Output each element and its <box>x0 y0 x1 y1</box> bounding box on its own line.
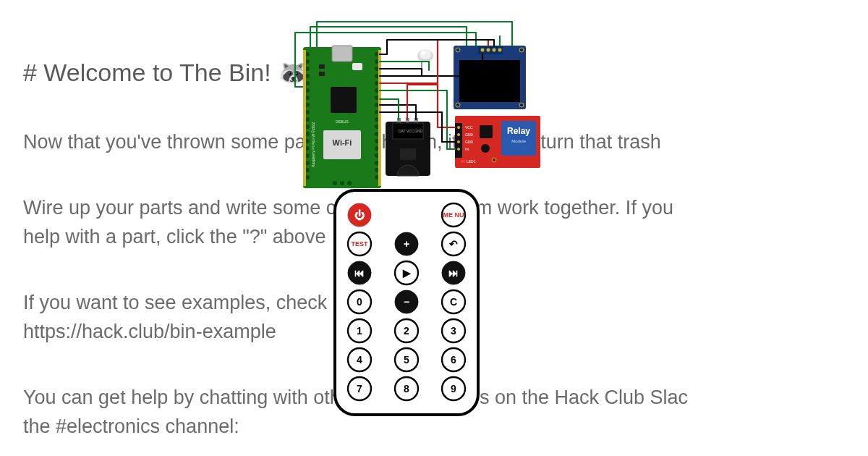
ir-pin-gnd: GND <box>414 129 423 133</box>
svg-rect-47 <box>352 63 362 70</box>
n6-label: 6 <box>451 354 456 366</box>
svg-rect-79 <box>400 148 416 160</box>
svg-rect-39 <box>303 50 306 186</box>
c-label: C <box>450 296 457 308</box>
menu-label: ME NU <box>443 211 464 219</box>
svg-rect-40 <box>378 50 381 186</box>
relay-led-label: LED1 <box>467 159 476 164</box>
svg-point-72 <box>457 148 460 151</box>
n1-label: 1 <box>357 325 362 337</box>
svg-point-65 <box>519 103 524 107</box>
svg-point-76 <box>492 158 496 162</box>
n3-label: 3 <box>451 325 456 337</box>
circuit-diagram: Wi-Fi Raspberry Pi Pico W ©2022 DEBUG <box>293 18 626 423</box>
svg-point-58 <box>481 48 485 52</box>
svg-point-61 <box>498 48 502 52</box>
svg-point-74 <box>481 144 490 153</box>
svg-point-63 <box>519 48 524 52</box>
plus-icon: + <box>404 238 409 250</box>
n9-label: 9 <box>451 383 456 394</box>
play-icon: ▶ <box>402 267 412 279</box>
next-icon: ⏭ <box>448 267 459 279</box>
ir-remote: ⏻ ME NU TEST + ↶ ⏮ ▶ ⏭ 0 − C 1 2 3 4 5 <box>335 190 478 415</box>
relay-pin-in: IN <box>465 147 469 151</box>
relay-sublabel: Module <box>511 139 526 143</box>
svg-point-43 <box>347 181 352 185</box>
svg-point-52 <box>421 51 425 55</box>
svg-point-59 <box>487 48 490 52</box>
relay-module: Relay Module VCC GND GND IN LED1 <box>455 116 540 168</box>
relay-pin-gnd1: GND <box>465 132 474 137</box>
wifi-label: Wi-Fi <box>333 138 352 147</box>
svg-rect-73 <box>461 160 465 163</box>
n4-label: 4 <box>357 354 362 366</box>
svg-rect-75 <box>480 125 493 138</box>
n8-label: 8 <box>404 383 409 394</box>
paragraph-2-line-2: help with a part, click the "?" above <box>23 226 326 248</box>
svg-rect-44 <box>332 46 352 62</box>
svg-point-62 <box>456 48 460 52</box>
svg-point-51 <box>420 49 431 59</box>
paragraph-3-line-1: If you want to see examples, check <box>23 292 327 313</box>
ir-pin-vcc: VCC <box>407 129 414 133</box>
test-label: TEST <box>351 240 368 248</box>
power-icon: ⏻ <box>354 209 365 221</box>
pico-board-label: Raspberry Pi Pico W ©2022 <box>311 122 315 168</box>
ir-pin-dat: DAT <box>399 129 406 133</box>
relay-pin-gnd2: GND <box>465 140 474 144</box>
svg-rect-45 <box>331 87 357 113</box>
minus-icon: − <box>404 296 409 308</box>
oled-display <box>454 46 526 109</box>
svg-point-70 <box>457 133 460 136</box>
svg-point-41 <box>333 181 337 185</box>
ir-receiver: DAT VCC GND <box>386 118 430 176</box>
svg-point-60 <box>493 48 496 52</box>
n7-label: 7 <box>357 383 362 394</box>
svg-rect-48 <box>319 64 325 69</box>
svg-point-64 <box>456 103 460 107</box>
example-link[interactable]: https://hack.club/bin-example <box>23 321 276 342</box>
raspberry-pi-pico-w: Wi-Fi Raspberry Pi Pico W ©2022 DEBUG <box>303 46 381 188</box>
prev-icon: ⏮ <box>354 267 365 279</box>
pico-debug-label: DEBUG <box>336 119 349 124</box>
svg-point-69 <box>457 126 460 129</box>
n5-label: 5 <box>404 354 409 366</box>
n2-label: 2 <box>404 325 409 337</box>
svg-rect-49 <box>319 72 325 76</box>
svg-point-71 <box>457 140 460 143</box>
relay-label: Relay <box>507 126 530 136</box>
relay-pin-vcc: VCC <box>465 125 473 130</box>
paragraph-4-line-2: the #electronics channel: <box>23 415 239 437</box>
svg-point-42 <box>340 181 344 185</box>
zero-label: 0 <box>357 296 362 308</box>
svg-rect-56 <box>459 60 520 102</box>
back-icon: ↶ <box>448 238 458 250</box>
